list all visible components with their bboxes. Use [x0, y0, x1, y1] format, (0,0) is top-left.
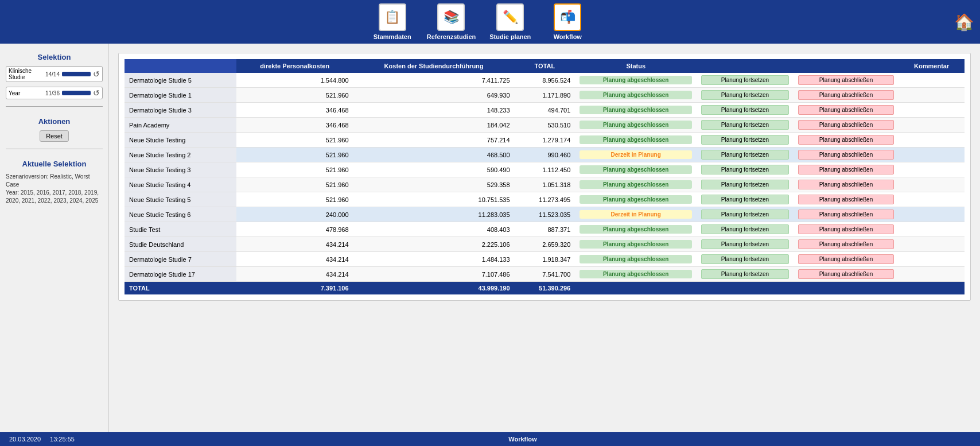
- row-personalkosten: 521.960: [236, 192, 353, 207]
- row-action1[interactable]: Planung fortsetzen: [697, 73, 794, 88]
- row-studiendurchfuehrung: 590.490: [353, 162, 515, 177]
- table-footer-row: TOTAL 7.391.106 43.999.190 51.390.296: [125, 282, 965, 295]
- workflow-table-container: direkte Personalkosten Kosten der Studie…: [118, 53, 971, 301]
- row-total: 887.371: [515, 222, 575, 237]
- row-action2[interactable]: Planung abschließen: [794, 177, 899, 192]
- row-action2[interactable]: Planung abschließen: [794, 252, 899, 267]
- col-action1: [697, 59, 794, 73]
- table-row: Neue Studie Testing 6 240.000 11.283.035…: [125, 207, 965, 222]
- nav-stammdaten[interactable]: 📋 Stammdaten: [370, 3, 415, 40]
- footer-studiendurchfuehrung: 43.999.190: [353, 282, 515, 295]
- row-action2[interactable]: Planung abschließen: [794, 222, 899, 237]
- reset-button[interactable]: Reset: [40, 130, 69, 142]
- row-action1[interactable]: Planung fortsetzen: [697, 192, 794, 207]
- row-action2[interactable]: Planung abschließen: [794, 207, 899, 222]
- row-personalkosten: 521.960: [236, 148, 353, 162]
- row-action1[interactable]: Planung fortsetzen: [697, 252, 794, 267]
- klinische-studie-slider-row: Klinische Studie 14/14 ↺: [6, 66, 103, 82]
- nav-workflow[interactable]: 📬 Workflow: [545, 3, 590, 40]
- aktuelle-selektion-title: Aktuelle Selektion: [6, 160, 103, 168]
- row-action2[interactable]: Planung abschließen: [794, 148, 899, 162]
- table-row: Neue Studie Testing 2 521.960 468.500 99…: [125, 148, 965, 162]
- row-kommentar: [899, 88, 965, 103]
- row-kommentar: [899, 118, 965, 133]
- row-name: Dermatologie Studie 7: [125, 252, 236, 267]
- row-studiendurchfuehrung: 649.930: [353, 88, 515, 103]
- row-name: Neue Studie Testing 6: [125, 207, 236, 222]
- footer-personalkosten: 7.391.106: [236, 282, 353, 295]
- stammdaten-icon: 📋: [379, 3, 406, 31]
- row-action1[interactable]: Planung fortsetzen: [697, 148, 794, 162]
- nav-referenzstudien[interactable]: 📚 Referenzstudien: [427, 3, 476, 40]
- nav-stammdaten-label: Stammdaten: [374, 33, 411, 40]
- nav-workflow-label: Workflow: [554, 33, 582, 40]
- row-status: Planung abgeschlossen: [575, 237, 697, 252]
- table-row: Neue Studie Testing 521.960 757.214 1.27…: [125, 133, 965, 148]
- row-status: Planung abgeschlossen: [575, 192, 697, 207]
- row-action1[interactable]: Planung fortsetzen: [697, 88, 794, 103]
- row-action1[interactable]: Planung fortsetzen: [697, 222, 794, 237]
- col-action2: [794, 59, 899, 73]
- aktuelle-selektion-text: Szenarioversion: Realistic, Worst Case Y…: [6, 173, 103, 205]
- row-action1[interactable]: Planung fortsetzen: [697, 162, 794, 177]
- table-row: Dermatologie Studie 5 1.544.800 7.411.72…: [125, 73, 965, 88]
- year-bar: [62, 91, 91, 95]
- nav-studie-planen[interactable]: ✏️ Studie planen: [487, 3, 533, 40]
- row-action2[interactable]: Planung abschließen: [794, 73, 899, 88]
- row-name: Dermatologie Studie 1: [125, 88, 236, 103]
- row-name: Studie Test: [125, 222, 236, 237]
- row-kommentar: [899, 267, 965, 282]
- row-action1[interactable]: Planung fortsetzen: [697, 103, 794, 118]
- footer-empty1: [575, 282, 697, 295]
- row-studiendurchfuehrung: 148.233: [353, 103, 515, 118]
- row-action2[interactable]: Planung abschließen: [794, 192, 899, 207]
- row-kommentar: [899, 222, 965, 237]
- row-kommentar: [899, 103, 965, 118]
- table-row: Neue Studie Testing 4 521.960 529.358 1.…: [125, 177, 965, 192]
- row-action2[interactable]: Planung abschließen: [794, 267, 899, 282]
- row-action1[interactable]: Planung fortsetzen: [697, 177, 794, 192]
- row-action1[interactable]: Planung fortsetzen: [697, 118, 794, 133]
- row-personalkosten: 521.960: [236, 162, 353, 177]
- row-action1[interactable]: Planung fortsetzen: [697, 267, 794, 282]
- row-action2[interactable]: Planung abschließen: [794, 118, 899, 133]
- row-status: Planung abgeschlossen: [575, 88, 697, 103]
- row-studiendurchfuehrung: 184.042: [353, 118, 515, 133]
- home-icon[interactable]: 🏠: [954, 13, 974, 32]
- row-kommentar: [899, 73, 965, 88]
- selektion-title: Selektion: [6, 53, 103, 61]
- table-row: Studie Deutschland 434.214 2.225.106 2.6…: [125, 237, 965, 252]
- row-personalkosten: 434.214: [236, 252, 353, 267]
- row-action1[interactable]: Planung fortsetzen: [697, 207, 794, 222]
- row-studiendurchfuehrung: 529.358: [353, 177, 515, 192]
- row-status: Planung abgeschlossen: [575, 177, 697, 192]
- row-name: Dermatologie Studie 5: [125, 73, 236, 88]
- row-action2[interactable]: Planung abschließen: [794, 133, 899, 148]
- row-action2[interactable]: Planung abschließen: [794, 162, 899, 177]
- row-kommentar: [899, 133, 965, 148]
- row-action2[interactable]: Planung abschließen: [794, 103, 899, 118]
- table-row: Dermatologie Studie 17 434.214 7.107.486…: [125, 267, 965, 282]
- row-personalkosten: 434.214: [236, 237, 353, 252]
- year-label: Year: [9, 90, 43, 96]
- row-name: Neue Studie Testing: [125, 133, 236, 148]
- row-kommentar: [899, 252, 965, 267]
- row-personalkosten: 521.960: [236, 177, 353, 192]
- row-action2[interactable]: Planung abschließen: [794, 88, 899, 103]
- row-status: Planung abgeschlossen: [575, 267, 697, 282]
- row-action1[interactable]: Planung fortsetzen: [697, 133, 794, 148]
- row-personalkosten: 346.468: [236, 118, 353, 133]
- row-name: Dermatologie Studie 3: [125, 103, 236, 118]
- klinische-studie-bar: [62, 72, 91, 76]
- table-row: Pain Academy 346.468 184.042 530.510 Pla…: [125, 118, 965, 133]
- bottom-bar: 20.03.2020 13:25:55 Workflow: [0, 432, 980, 446]
- row-studiendurchfuehrung: 11.283.035: [353, 207, 515, 222]
- row-personalkosten: 521.960: [236, 88, 353, 103]
- year-refresh-icon[interactable]: ↺: [93, 88, 100, 98]
- footer-empty3: [794, 282, 899, 295]
- klinische-studie-refresh-icon[interactable]: ↺: [93, 69, 100, 79]
- row-action2[interactable]: Planung abschließen: [794, 237, 899, 252]
- col-status: Status: [575, 59, 697, 73]
- row-action1[interactable]: Planung fortsetzen: [697, 237, 794, 252]
- row-studiendurchfuehrung: 468.500: [353, 148, 515, 162]
